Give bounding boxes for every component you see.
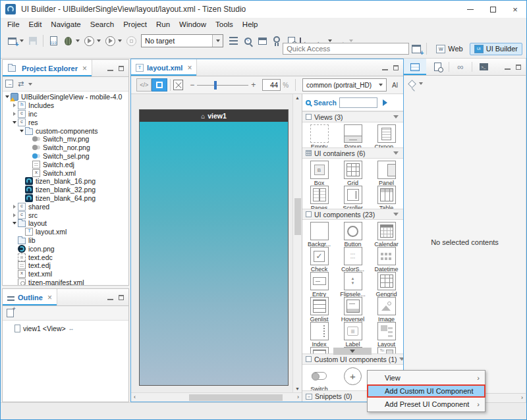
tab-preview[interactable] [426,59,449,75]
section-components-header[interactable]: UI components (23) [302,209,403,220]
tab-outline[interactable]: Outline × [3,289,57,305]
open-perspective-button[interactable] [410,41,423,56]
tree-item[interactable]: text.edj [3,261,128,270]
palette-item[interactable]: Datetime [370,245,403,270]
palette-item[interactable]: Label [336,320,370,345]
profile-button[interactable] [103,34,117,48]
palette-item[interactable]: Gengrid [370,270,403,295]
zoom-slider-thumb[interactable] [214,81,217,90]
palette-item[interactable]: Index [302,320,336,345]
source-view-toggle[interactable]: </> [136,78,152,92]
tree-chevron-icon[interactable] [11,121,17,124]
palette-item[interactable]: Check [302,245,336,270]
tree-chevron-icon[interactable] [4,95,10,98]
palette-item[interactable]: Button [336,220,370,245]
palette-item[interactable]: Image [370,295,403,320]
tree-item[interactable]: tizen_blank_16.png [3,177,128,186]
run-dropdown[interactable] [97,39,101,42]
palette-item[interactable] [336,365,370,390]
collapse-section-icon[interactable] [393,151,399,155]
build-binary-button[interactable] [47,34,60,48]
zoom-out-icon[interactable]: − [187,80,197,90]
tree-item[interactable]: res [3,118,128,126]
tab-properties[interactable] [404,59,426,75]
pin-menu-icon[interactable] [419,82,423,85]
run-button[interactable] [82,34,96,48]
fit-to-screen-icon[interactable] [173,80,184,90]
tree-item[interactable]: Includes [3,101,128,110]
tree-item[interactable]: Switch.edj [3,160,128,169]
menu-item[interactable]: Help [238,19,263,30]
scroll-right-icon[interactable]: › [521,394,523,401]
section-views-header[interactable]: Views (3) [302,111,403,122]
tree-chevron-icon[interactable] [11,213,17,217]
menu-item[interactable]: Edit [24,19,47,30]
design-view-toggle[interactable] [152,78,167,92]
menu-item[interactable]: Run [152,19,175,30]
perspective-web-button[interactable]: Web [431,43,467,55]
tree-chevron-icon[interactable] [11,222,17,224]
maximize-panel-icon[interactable] [393,65,399,70]
link-with-editor-icon[interactable]: ⇄ [18,80,24,88]
close-button[interactable]: × [504,1,526,18]
maximize-button[interactable] [482,1,504,18]
menu-item[interactable]: File [3,19,24,30]
scroll-right-icon[interactable]: › [297,394,299,400]
palette-item[interactable]: Flipsele... [336,270,370,295]
context-menu-item[interactable]: Add Custom UI Component [368,385,485,397]
maximize-panel-icon[interactable] [119,295,124,300]
tree-chevron-icon[interactable] [11,112,17,116]
horizontal-scroll-thumb[interactable] [189,394,283,401]
palette-search-input[interactable] [339,97,377,108]
zoom-slider[interactable]: − + [187,80,258,90]
tree-chevron-icon[interactable] [11,205,17,209]
palette-item[interactable]: Genlist [302,295,336,320]
tab-attach[interactable]: ∞ [449,59,472,75]
zoom-in-icon[interactable]: + [248,80,258,90]
certificate-manager-button[interactable] [270,34,283,48]
tree-item[interactable]: Switch_sel.png [3,152,128,161]
section-containers-header[interactable]: UI containers (6) [302,147,403,159]
zoom-slider-track[interactable] [197,85,248,86]
debug-dropdown[interactable] [76,39,80,42]
context-menu-item[interactable]: View › [368,372,485,384]
vertical-scroll-thumb[interactable] [294,198,301,235]
palette-item[interactable]: ColorS... [336,245,370,270]
device-profile-combo[interactable]: common (portrait_HD) [302,78,387,92]
minimize-panel-icon[interactable] [107,299,113,300]
maximize-panel-icon[interactable] [516,65,521,70]
palette-item[interactable]: Calendar [370,220,403,245]
view1-body[interactable] [140,122,288,385]
tree-item[interactable]: src [3,211,128,219]
canvas-horizontal-scrollbar[interactable]: ‹ › [131,392,302,402]
palette-scroll-down-button[interactable] [333,348,372,355]
package-manager-button[interactable] [256,34,269,48]
palette-item[interactable]: Backgr... [302,220,336,245]
menu-item[interactable]: Tools [211,19,238,30]
palette-item[interactable] [370,345,403,354]
maximize-panel-icon[interactable] [119,66,124,71]
menu-item[interactable]: Search [86,19,119,30]
target-combo[interactable]: No target [141,34,223,47]
tree-chevron-icon[interactable] [18,130,24,132]
menu-item[interactable]: Navigate [46,19,85,30]
scroll-left-icon[interactable]: ‹ [134,394,136,400]
canvas-vertical-scrollbar[interactable]: ▲ ▼ [292,94,302,392]
tree-item[interactable]: tizen-manifest.xml [3,278,128,285]
scroll-up-icon[interactable]: ▲ [293,95,302,100]
tree-item[interactable]: Switch_nor.png [3,144,128,152]
dynamic-analyzer-button[interactable] [241,34,254,48]
quick-access-input[interactable] [283,43,409,55]
tree-item[interactable]: text.xml [3,270,128,278]
tree-chevron-icon[interactable] [11,103,17,107]
tree-item[interactable]: shared [3,202,128,211]
section-custom-header[interactable]: Custom UI components (1) [302,354,403,365]
view1-preview[interactable]: ⌂ view1 [139,109,289,386]
minimize-panel-icon[interactable] [107,70,113,71]
add-view-icon[interactable] [7,309,14,317]
minimize-panel-icon[interactable] [382,69,388,70]
pin-icon[interactable] [408,80,416,88]
profile-dropdown[interactable] [118,39,122,42]
tree-item[interactable]: layout.xml [3,228,128,236]
tree-item[interactable]: Switch_mv.png [3,135,128,144]
